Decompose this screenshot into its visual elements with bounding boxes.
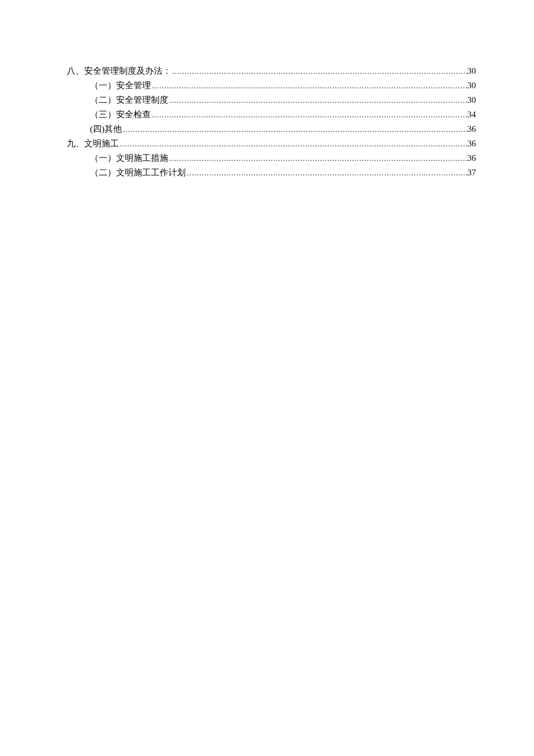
toc-title: 九、文明施工	[67, 136, 119, 151]
toc-entry: 八、安全管理制度及办法： 30	[67, 64, 476, 78]
toc-leader	[151, 107, 467, 122]
toc-leader	[168, 93, 467, 107]
toc-page-number: 36	[467, 122, 476, 136]
toc-entry: （三）安全检查 34	[67, 107, 476, 122]
toc-page-number: 34	[467, 107, 476, 122]
toc-title: （二）安全管理制度	[90, 93, 168, 107]
toc-entry: (四)其他 36	[67, 122, 476, 136]
table-of-contents: 八、安全管理制度及办法： 30 （一）安全管理 30 （二）安全管理制度 30 …	[67, 64, 476, 180]
toc-title: （一）文明施工措施	[90, 151, 168, 165]
toc-page-number: 37	[467, 165, 476, 180]
toc-leader	[171, 64, 467, 78]
toc-entry: （一）文明施工措施 36	[67, 151, 476, 165]
toc-page-number: 36	[467, 136, 476, 151]
toc-title: （一）安全管理	[90, 78, 151, 93]
toc-title: （三）安全检查	[90, 107, 151, 122]
toc-page-number: 30	[467, 64, 476, 78]
toc-entry: 九、文明施工 36	[67, 136, 476, 151]
toc-page-number: 30	[467, 93, 476, 107]
toc-page-number: 30	[467, 78, 476, 93]
toc-title: 八、安全管理制度及办法：	[67, 64, 171, 78]
toc-title: （二）文明施工工作计划	[90, 165, 186, 180]
toc-title: (四)其他	[90, 122, 122, 136]
toc-leader	[151, 78, 467, 93]
toc-entry: （一）安全管理 30	[67, 78, 476, 93]
toc-page-number: 36	[467, 151, 476, 165]
toc-leader	[186, 165, 467, 180]
toc-leader	[119, 136, 467, 151]
toc-leader	[168, 151, 467, 165]
toc-leader	[122, 122, 467, 136]
toc-entry: （二）安全管理制度 30	[67, 93, 476, 107]
toc-entry: （二）文明施工工作计划 37	[67, 165, 476, 180]
